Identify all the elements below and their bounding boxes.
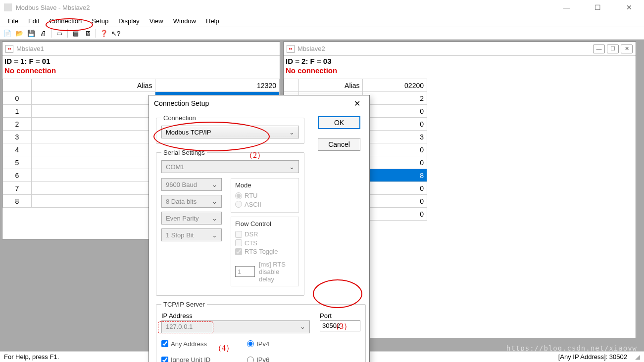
table-row-hdr[interactable]: 5 — [3, 156, 32, 169]
serial-legend: Serial Settings — [161, 149, 207, 156]
connection-legend: Connection — [161, 114, 198, 122]
menu-setup[interactable]: Setup — [87, 16, 113, 26]
table-cell[interactable] — [31, 143, 155, 156]
child1-hdr-alias: Alias — [31, 79, 155, 92]
cts-check: CTS — [235, 239, 257, 247]
table-cell[interactable]: 0 — [363, 195, 427, 208]
table-cell[interactable] — [31, 131, 155, 143]
connection-combo[interactable]: Modbus TCP/IP — [161, 126, 299, 138]
child2-titlebar: ▪▪ Mbslave2 — ☐ ✕ — [284, 42, 636, 56]
cancel-button[interactable]: Cancel — [318, 138, 360, 151]
table-row-hdr[interactable]: 2 — [3, 118, 32, 131]
ipv6-radio[interactable]: IPv6 — [247, 356, 269, 362]
window-controls: — ☐ ✕ — [555, 0, 640, 15]
child2-close-button[interactable]: ✕ — [621, 45, 633, 53]
ip-combo[interactable]: 127.0.0.1 — [161, 320, 310, 333]
child2-min-button[interactable]: — — [593, 45, 605, 53]
tb-help-icon[interactable]: ❓ — [99, 28, 109, 39]
connection-setup-dialog: Connection Setup ✕ OK Cancel Connection … — [149, 95, 370, 362]
child1-status: No connection — [2, 66, 280, 76]
parity-value: Even Parity — [166, 215, 198, 222]
menu-file[interactable]: File — [3, 16, 23, 26]
com-combo: COM1 — [161, 160, 299, 173]
table-cell[interactable] — [31, 92, 155, 105]
table-row-hdr[interactable]: 8 — [3, 195, 32, 208]
status-port: [Any IP Address]: 30502 — [558, 353, 627, 361]
anyaddress-check[interactable]: Any Address — [161, 340, 207, 348]
child1-hdr-value: 12320 — [155, 79, 280, 92]
toolbar-separator — [96, 29, 96, 38]
child1-corner — [3, 79, 32, 92]
table-row-hdr[interactable]: 3 — [3, 131, 32, 143]
watermark: https://blog.csdn.net/xiaoyw — [506, 344, 637, 352]
table-cell[interactable] — [31, 195, 155, 208]
dialog-title: Connection Setup — [154, 99, 209, 107]
table-row-hdr[interactable]: 6 — [3, 169, 32, 182]
table-cell[interactable]: 8 — [363, 169, 427, 182]
table-cell[interactable]: 0 — [363, 118, 427, 131]
tb-tool1-icon[interactable]: ▭ — [54, 28, 65, 39]
child2-icon: ▪▪ — [287, 45, 295, 53]
tb-whatsthis-icon[interactable]: ↖? — [110, 28, 121, 39]
table-cell[interactable]: 0 — [363, 105, 427, 118]
table-cell[interactable] — [31, 156, 155, 169]
serial-fieldset: Serial Settings COM1 9600 Baud 8 Data bi… — [156, 149, 304, 296]
baud-value: 9600 Baud — [166, 181, 197, 188]
child2-hdr-value: 02200 — [363, 79, 427, 92]
baud-combo: 9600 Baud — [161, 178, 222, 191]
table-cell[interactable]: 0 — [363, 208, 427, 221]
resize-grip-icon[interactable]: ◢ — [635, 353, 640, 361]
menu-window[interactable]: Window — [168, 16, 201, 26]
menu-connection[interactable]: Connection — [44, 16, 87, 26]
rts-delay-label: [ms] RTS disable delay — [259, 261, 295, 283]
ipv4-radio[interactable]: IPv4 — [247, 340, 269, 348]
tb-tool2-icon[interactable]: ▤ — [70, 28, 81, 39]
menu-display[interactable]: Display — [113, 16, 145, 26]
table-cell[interactable] — [31, 169, 155, 182]
tb-tool3-icon[interactable]: 🖥 — [82, 28, 93, 39]
child2-corner — [284, 79, 299, 92]
toolbar-separator — [67, 29, 68, 38]
menu-help[interactable]: Help — [201, 16, 224, 26]
dialog-titlebar: Connection Setup ✕ — [149, 95, 369, 111]
close-button[interactable]: ✕ — [618, 0, 640, 15]
table-row-hdr[interactable]: 1 — [3, 105, 32, 118]
child1-icon: ▪▪ — [5, 45, 13, 53]
table-cell[interactable] — [31, 182, 155, 195]
maximize-button[interactable]: ☐ — [587, 0, 609, 15]
table-cell[interactable] — [31, 105, 155, 118]
toolbar-separator — [51, 29, 51, 38]
tb-new-icon[interactable]: 📄 — [2, 28, 13, 39]
tcpip-legend: TCP/IP Server — [161, 301, 207, 308]
databits-combo: 8 Data bits — [161, 195, 222, 208]
menu-edit[interactable]: Edit — [23, 16, 44, 26]
tb-save-icon[interactable]: 💾 — [26, 28, 37, 39]
table-cell[interactable] — [31, 118, 155, 131]
child2-max-button[interactable]: ☐ — [607, 45, 619, 53]
ok-button[interactable]: OK — [318, 116, 360, 129]
stopbit-value: 1 Stop Bit — [166, 231, 194, 239]
table-cell[interactable]: 0 — [363, 182, 427, 195]
table-row-hdr[interactable]: 4 — [3, 143, 32, 156]
table-cell[interactable]: 0 — [363, 143, 427, 156]
table-row-hdr[interactable]: 0 — [3, 92, 32, 105]
parity-combo: Even Parity — [161, 212, 222, 225]
table-cell[interactable]: 3 — [363, 131, 427, 143]
table-cell[interactable]: 0 — [363, 156, 427, 169]
window-title: Modbus Slave - Mbslave2 — [16, 4, 555, 11]
tb-open-icon[interactable]: 📂 — [14, 28, 25, 39]
menu-view[interactable]: View — [145, 16, 168, 26]
ignoreunitid-check[interactable]: Ignore Unit ID — [161, 356, 210, 362]
port-input[interactable] — [320, 320, 360, 331]
table-row-hdr[interactable]: 7 — [3, 182, 32, 195]
child2-info: ID = 2: F = 03 — [284, 56, 636, 66]
minimize-button[interactable]: — — [555, 0, 578, 15]
child2-title: Mbslave2 — [297, 45, 593, 52]
table-cell[interactable]: 2 — [363, 92, 427, 105]
tb-print-icon[interactable]: 🖨 — [38, 28, 49, 39]
ascii-radio: ASCII — [235, 201, 261, 208]
window-titlebar: Modbus Slave - Mbslave2 — ☐ ✕ — [0, 0, 644, 15]
dialog-close-button[interactable]: ✕ — [350, 99, 364, 108]
child1-info: ID = 1: F = 01 — [2, 56, 280, 66]
mode-group: Mode RTU ASCII — [231, 178, 299, 213]
